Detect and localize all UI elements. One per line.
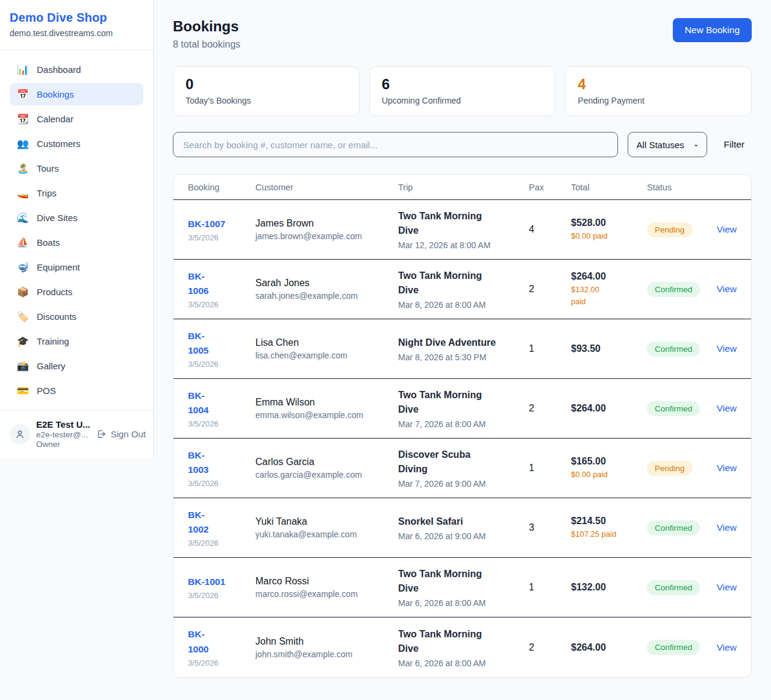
- status-filter-select[interactable]: All Statuses: [628, 132, 707, 157]
- people-icon: 👥: [17, 138, 29, 149]
- trip-name: Two Tank Morning Dive: [398, 269, 529, 298]
- sidebar-item-dive-sites[interactable]: 🌊Dive Sites: [10, 207, 143, 229]
- sidebar-item-gallery[interactable]: 📸Gallery: [10, 355, 143, 377]
- sidebar-item-calendar[interactable]: 📆Calendar: [10, 108, 143, 130]
- view-link[interactable]: View: [717, 463, 737, 473]
- view-link[interactable]: View: [717, 343, 737, 354]
- pax-value: 2: [529, 403, 571, 414]
- user-name: E2E Test U...: [36, 419, 90, 430]
- booking-link[interactable]: BK- 1006: [188, 269, 208, 298]
- sidebar-item-products[interactable]: 📦Products: [10, 281, 143, 303]
- customer-cell: Lisa Chenlisa.chen@example.com: [255, 337, 398, 360]
- booking-date: 3/5/2026: [188, 658, 255, 667]
- trip-name: Night Dive Adventure: [398, 336, 529, 350]
- total-amount: $264.00: [571, 271, 647, 282]
- customer-email: lisa.chen@example.com: [255, 351, 398, 360]
- sidebar-item-label: Bookings: [37, 89, 74, 99]
- sidebar-item-dashboard[interactable]: 📊Dashboard: [10, 58, 143, 81]
- sailboat-icon: ⛵: [17, 237, 29, 248]
- user-section: E2E Test U... e2e-tester@... Owner Sign …: [0, 410, 153, 458]
- table-row: BK- 10053/5/2026Lisa Chenlisa.chen@examp…: [173, 319, 751, 379]
- booking-link[interactable]: BK- 1002: [188, 508, 208, 537]
- customer-cell: James Brownjames.brown@example.com: [255, 218, 398, 241]
- sign-out-button[interactable]: Sign Out: [96, 429, 146, 439]
- table-row: BK- 10063/5/2026Sarah Jonessarah.jones@e…: [173, 260, 751, 319]
- booking-date: 3/5/2026: [188, 300, 255, 309]
- filter-button[interactable]: Filter: [717, 139, 752, 150]
- bar-chart-icon: 📊: [17, 64, 29, 75]
- sidebar-item-label: Training: [37, 336, 69, 346]
- sidebar-item-equipment[interactable]: 🤿Equipment: [10, 256, 143, 278]
- view-link[interactable]: View: [717, 582, 737, 593]
- sidebar: Demo Dive Shop demo.test.divestreams.com…: [0, 0, 154, 458]
- camera-icon: 📸: [17, 360, 29, 372]
- trip-name: Two Tank Morning Dive: [398, 567, 529, 596]
- sidebar-item-training[interactable]: 🎓Training: [10, 330, 143, 352]
- customer-cell: Marco Rossimarco.rossi@example.com: [255, 576, 398, 599]
- customer-cell: John Smithjohn.smith@example.com: [255, 636, 398, 659]
- booking-link[interactable]: BK-1001: [188, 575, 225, 589]
- view-link[interactable]: View: [717, 642, 737, 653]
- booking-cell: BK-10013/5/2026: [188, 575, 255, 600]
- sidebar-item-label: Gallery: [37, 361, 66, 371]
- trip-cell: Two Tank Morning DiveMar 8, 2026 at 8:00…: [398, 269, 529, 310]
- trip-date: Mar 7, 2026 at 8:00 AM: [398, 419, 529, 429]
- trip-cell: Two Tank Morning DiveMar 6, 2026 at 8:00…: [398, 627, 529, 668]
- sidebar-item-label: Customers: [37, 139, 81, 149]
- column-header-total: Total: [571, 183, 647, 192]
- booking-date: 3/5/2026: [188, 360, 255, 369]
- trip-cell: Snorkel SafariMar 6, 2026 at 9:00 AM: [398, 514, 529, 541]
- trip-date: Mar 6, 2026 at 9:00 AM: [398, 531, 529, 541]
- tearoff-calendar-icon: 📆: [17, 113, 29, 125]
- booking-link[interactable]: BK- 1005: [188, 329, 208, 358]
- booking-date: 3/5/2026: [188, 591, 255, 600]
- paid-amount: $0.00 paid: [571, 469, 647, 481]
- stat-card-today-s-bookings: 0Today's Bookings: [173, 66, 360, 116]
- total-cell: $528.00$0.00 paid: [571, 217, 647, 242]
- island-icon: 🏝️: [17, 163, 29, 174]
- booking-link[interactable]: BK-1007: [188, 217, 225, 231]
- status-cell: Pending: [647, 222, 710, 237]
- booking-link[interactable]: BK- 1000: [188, 627, 208, 656]
- view-link[interactable]: View: [717, 284, 737, 295]
- sidebar-item-label: Tours: [37, 163, 59, 173]
- view-link[interactable]: View: [717, 224, 737, 235]
- stat-label: Pending Payment: [578, 96, 739, 105]
- view-link[interactable]: View: [717, 403, 737, 414]
- search-input[interactable]: [173, 132, 618, 157]
- sidebar-item-label: Products: [37, 287, 72, 297]
- view-link[interactable]: View: [717, 522, 737, 533]
- speedboat-icon: 🚤: [17, 187, 29, 199]
- sidebar-item-customers[interactable]: 👥Customers: [10, 133, 143, 155]
- sidebar-item-tours[interactable]: 🏝️Tours: [10, 157, 143, 180]
- sidebar-item-label: POS: [37, 386, 56, 396]
- table-header-row: BookingCustomerTripPaxTotalStatus: [173, 175, 751, 200]
- customer-name: Marco Rossi: [255, 576, 398, 587]
- booking-cell: BK- 10003/5/2026: [188, 627, 255, 667]
- customer-cell: Emma Wilsonemma.wilson@example.com: [255, 397, 398, 420]
- booking-link[interactable]: BK- 1003: [188, 448, 208, 477]
- total-cell: $264.00: [571, 642, 647, 653]
- sidebar-item-bookings[interactable]: 📅Bookings: [10, 83, 143, 105]
- total-cell: $93.50: [571, 343, 647, 354]
- total-cell: $165.00$0.00 paid: [571, 456, 647, 481]
- page-header-text: Bookings 8 total bookings: [173, 18, 240, 50]
- booking-link[interactable]: BK- 1004: [188, 389, 208, 417]
- sidebar-item-discounts[interactable]: 🏷️Discounts: [10, 305, 143, 328]
- status-badge: Pending: [647, 461, 693, 476]
- customer-name: John Smith: [255, 636, 398, 647]
- new-booking-button[interactable]: New Booking: [673, 18, 752, 42]
- sidebar-item-pos[interactable]: 💳POS: [10, 380, 143, 402]
- diving-mask-icon: 🤿: [17, 261, 29, 273]
- wave-icon: 🌊: [17, 212, 29, 223]
- table-row: BK-10073/5/2026James Brownjames.brown@ex…: [173, 200, 751, 260]
- tag-icon: 🏷️: [17, 311, 29, 322]
- sidebar-item-boats[interactable]: ⛵Boats: [10, 231, 143, 254]
- pax-value: 3: [529, 522, 571, 533]
- status-cell: Confirmed: [647, 282, 710, 297]
- sidebar-item-trips[interactable]: 🚤Trips: [10, 182, 143, 204]
- stat-value: 4: [578, 76, 739, 93]
- paid-amount: $132.00 paid: [571, 284, 647, 307]
- total-amount: $165.00: [571, 456, 647, 467]
- trip-name: Two Tank Morning Dive: [398, 627, 529, 656]
